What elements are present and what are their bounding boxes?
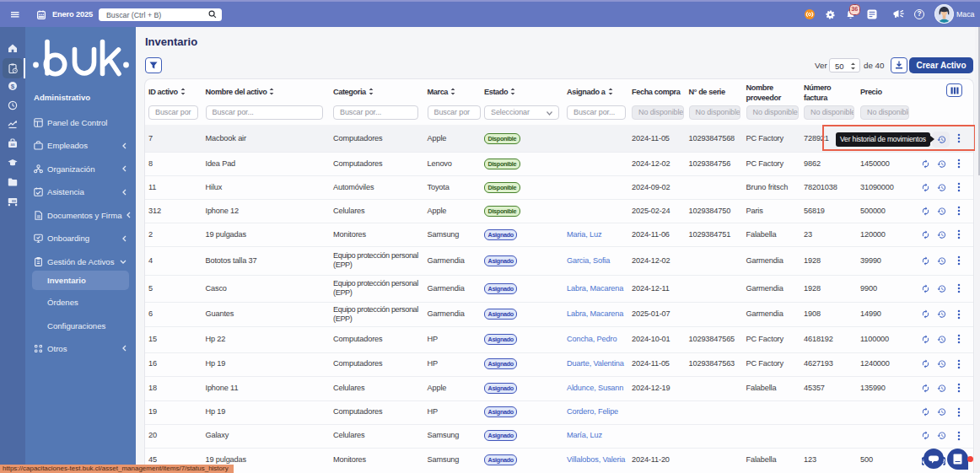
svg-text:$: $ — [11, 83, 15, 90]
svg-text:aa: aa — [10, 142, 15, 147]
